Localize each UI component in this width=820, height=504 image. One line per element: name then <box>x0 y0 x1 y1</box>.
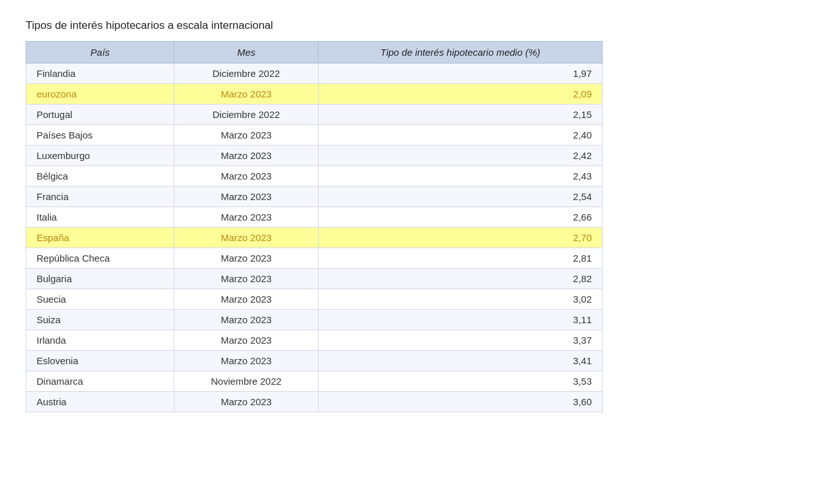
cell-month: Diciembre 2022 <box>174 105 319 125</box>
cell-rate: 3,02 <box>318 289 602 310</box>
cell-country: Dinamarca <box>26 371 174 392</box>
table-row: EsloveniaMarzo 20233,41 <box>26 351 603 371</box>
cell-rate: 3,53 <box>318 371 602 392</box>
cell-month: Marzo 2023 <box>174 392 319 412</box>
cell-month: Diciembre 2022 <box>174 63 319 84</box>
table-header: País Mes Tipo de interés hipotecario med… <box>26 42 603 63</box>
table-row: BélgicaMarzo 20232,43 <box>26 166 603 187</box>
cell-country: Irlanda <box>26 330 174 351</box>
cell-country: Italia <box>26 207 174 228</box>
header-row: País Mes Tipo de interés hipotecario med… <box>26 42 603 63</box>
table-row: ItaliaMarzo 20232,66 <box>26 207 603 228</box>
cell-country: República Checa <box>26 248 174 269</box>
cell-rate: 2,09 <box>318 84 602 105</box>
cell-month: Marzo 2023 <box>174 125 319 146</box>
cell-country: España <box>26 228 174 248</box>
table-row: eurozonaMarzo 20232,09 <box>26 84 603 105</box>
cell-rate: 2,42 <box>318 146 602 166</box>
cell-country: Portugal <box>26 105 174 125</box>
cell-month: Marzo 2023 <box>174 228 319 248</box>
cell-rate: 2,43 <box>318 166 602 187</box>
cell-country: Finlandia <box>26 63 174 84</box>
table-row: AustriaMarzo 20233,60 <box>26 392 603 412</box>
table-body: FinlandiaDiciembre 20221,97eurozonaMarzo… <box>26 63 603 412</box>
cell-month: Marzo 2023 <box>174 310 319 330</box>
table-row: República ChecaMarzo 20232,81 <box>26 248 603 269</box>
cell-rate: 2,82 <box>318 269 602 289</box>
cell-country: Eslovenia <box>26 351 174 371</box>
cell-month: Marzo 2023 <box>174 207 319 228</box>
page-title: Tipos de interés hipotecarios a escala i… <box>26 19 794 32</box>
cell-month: Marzo 2023 <box>174 269 319 289</box>
table-row: FinlandiaDiciembre 20221,97 <box>26 63 603 84</box>
cell-month: Marzo 2023 <box>174 351 319 371</box>
cell-country: Bélgica <box>26 166 174 187</box>
cell-rate: 3,60 <box>318 392 602 412</box>
cell-country: Luxemburgo <box>26 146 174 166</box>
table-row: SueciaMarzo 20233,02 <box>26 289 603 310</box>
cell-rate: 3,37 <box>318 330 602 351</box>
col-header-country: País <box>26 42 174 63</box>
cell-country: eurozona <box>26 84 174 105</box>
cell-country: Países Bajos <box>26 125 174 146</box>
table-row: DinamarcaNoviembre 20223,53 <box>26 371 603 392</box>
cell-rate: 1,97 <box>318 63 602 84</box>
cell-country: Bulgaria <box>26 269 174 289</box>
cell-month: Noviembre 2022 <box>174 371 319 392</box>
table-row: Países BajosMarzo 20232,40 <box>26 125 603 146</box>
cell-rate: 2,66 <box>318 207 602 228</box>
cell-rate: 2,81 <box>318 248 602 269</box>
cell-country: Francia <box>26 187 174 207</box>
table-row: BulgariaMarzo 20232,82 <box>26 269 603 289</box>
cell-month: Marzo 2023 <box>174 248 319 269</box>
cell-rate: 2,54 <box>318 187 602 207</box>
cell-month: Marzo 2023 <box>174 146 319 166</box>
col-header-rate: Tipo de interés hipotecario medio (%) <box>318 42 602 63</box>
cell-rate: 2,70 <box>318 228 602 248</box>
cell-month: Marzo 2023 <box>174 289 319 310</box>
table-row: PortugalDiciembre 20222,15 <box>26 105 603 125</box>
cell-rate: 2,15 <box>318 105 602 125</box>
mortgage-rates-table: País Mes Tipo de interés hipotecario med… <box>26 41 603 412</box>
table-row: LuxemburgoMarzo 20232,42 <box>26 146 603 166</box>
cell-month: Marzo 2023 <box>174 166 319 187</box>
table-row: IrlandaMarzo 20233,37 <box>26 330 603 351</box>
cell-rate: 3,41 <box>318 351 602 371</box>
cell-country: Suecia <box>26 289 174 310</box>
table-row: EspañaMarzo 20232,70 <box>26 228 603 248</box>
cell-country: Austria <box>26 392 174 412</box>
cell-month: Marzo 2023 <box>174 330 319 351</box>
table-row: FranciaMarzo 20232,54 <box>26 187 603 207</box>
cell-month: Marzo 2023 <box>174 84 319 105</box>
cell-rate: 3,11 <box>318 310 602 330</box>
col-header-month: Mes <box>174 42 319 63</box>
cell-country: Suiza <box>26 310 174 330</box>
cell-month: Marzo 2023 <box>174 187 319 207</box>
cell-rate: 2,40 <box>318 125 602 146</box>
table-row: SuizaMarzo 20233,11 <box>26 310 603 330</box>
